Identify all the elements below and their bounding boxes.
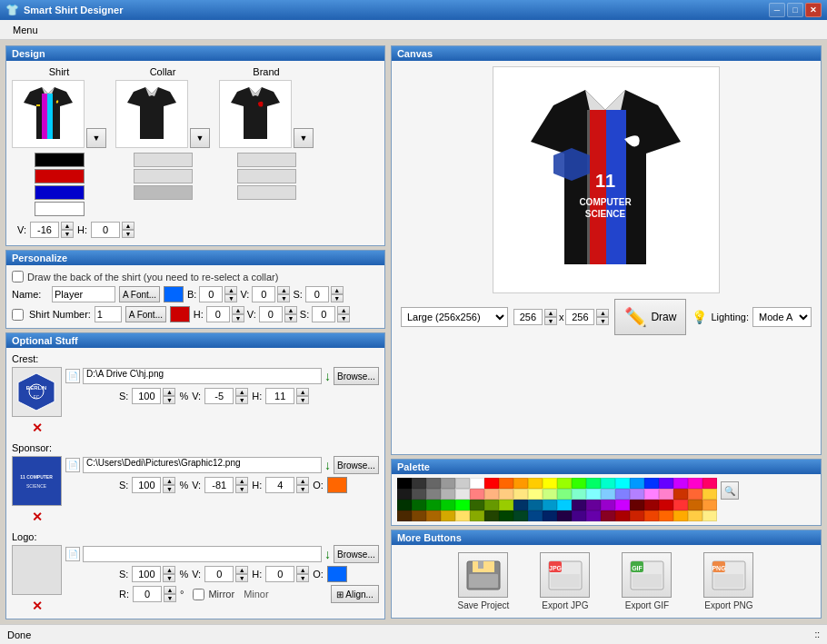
- palette-cell[interactable]: [630, 489, 644, 500]
- height-up[interactable]: ▲: [596, 309, 609, 317]
- palette-cell[interactable]: [397, 489, 412, 500]
- palette-cell[interactable]: [572, 510, 586, 521]
- export-jpg-button[interactable]: JPG Export JPG: [529, 552, 602, 610]
- ps-up[interactable]: ▲: [331, 286, 344, 294]
- collar-color-3[interactable]: [134, 185, 193, 200]
- shirt-color-1[interactable]: [35, 153, 85, 167]
- lighting-mode-select[interactable]: Mode A Mode B Mode C: [752, 307, 812, 327]
- palette-cell[interactable]: [397, 510, 412, 521]
- ps-input[interactable]: [305, 286, 329, 302]
- logo-browse-button[interactable]: Browse...: [334, 545, 379, 563]
- palette-cell[interactable]: [470, 510, 484, 521]
- palette-cell[interactable]: [397, 478, 412, 489]
- canvas-height-input[interactable]: [565, 309, 594, 325]
- logo-v-input[interactable]: [204, 566, 234, 582]
- palette-cell[interactable]: [630, 510, 644, 521]
- crest-delete-button[interactable]: ✕: [32, 421, 43, 435]
- palette-cell[interactable]: [586, 478, 601, 489]
- sponsor-h-up[interactable]: ▲: [296, 477, 309, 485]
- palette-cell[interactable]: [659, 489, 673, 500]
- crest-s-down[interactable]: ▼: [163, 396, 175, 404]
- palette-cell[interactable]: [470, 489, 484, 500]
- palette-cell[interactable]: [441, 478, 455, 489]
- palette-cell[interactable]: [484, 489, 499, 500]
- palette-cell[interactable]: [412, 489, 426, 500]
- crest-download-icon[interactable]: ↓: [324, 369, 331, 383]
- palette-cell[interactable]: [586, 500, 601, 510]
- palette-cell[interactable]: [615, 489, 630, 500]
- brand-color-2[interactable]: [237, 169, 296, 183]
- palette-cell[interactable]: [470, 500, 484, 510]
- name-input[interactable]: [52, 286, 115, 302]
- h-up-button[interactable]: ▲: [122, 222, 135, 230]
- export-gif-button[interactable]: GIF Export GIF: [611, 552, 683, 610]
- collar-color-1[interactable]: [134, 153, 193, 167]
- crest-v-up[interactable]: ▲: [235, 388, 248, 396]
- palette-cell[interactable]: [528, 510, 543, 521]
- palette-cell[interactable]: [513, 489, 528, 500]
- palette-cell[interactable]: [441, 500, 455, 510]
- logo-h-input[interactable]: [265, 566, 294, 582]
- crest-v-down[interactable]: ▼: [235, 396, 248, 404]
- palette-cell[interactable]: [513, 510, 528, 521]
- palette-cell[interactable]: [586, 489, 601, 500]
- sponsor-v-input[interactable]: [204, 477, 234, 493]
- ns-input[interactable]: [312, 306, 335, 322]
- palette-cell[interactable]: [543, 500, 557, 510]
- logo-s-up[interactable]: ▲: [163, 566, 175, 574]
- palette-cell[interactable]: [601, 500, 615, 510]
- palette-cell[interactable]: [630, 500, 644, 510]
- palette-cell[interactable]: [557, 500, 572, 510]
- palette-cell[interactable]: [659, 510, 673, 521]
- sponsor-h-down[interactable]: ▼: [296, 485, 309, 493]
- shirt-color-3[interactable]: [35, 185, 85, 200]
- logo-v-down[interactable]: ▼: [235, 574, 248, 582]
- palette-cell[interactable]: [557, 478, 572, 489]
- sponsor-v-down[interactable]: ▼: [235, 485, 248, 493]
- logo-preview[interactable]: [12, 545, 62, 595]
- number-checkbox[interactable]: [12, 309, 24, 321]
- palette-cell[interactable]: [499, 478, 513, 489]
- palette-cell[interactable]: [513, 478, 528, 489]
- palette-cell[interactable]: [397, 500, 412, 510]
- draw-button[interactable]: ✏️ Draw: [614, 299, 686, 335]
- shirt-color-4[interactable]: [35, 202, 85, 216]
- nh-up[interactable]: ▲: [232, 306, 244, 314]
- sponsor-download-icon[interactable]: ↓: [324, 458, 331, 472]
- palette-cell[interactable]: [484, 500, 499, 510]
- palette-cell[interactable]: [557, 510, 572, 521]
- palette-cell[interactable]: [586, 510, 601, 521]
- palette-cell[interactable]: [557, 489, 572, 500]
- v-input[interactable]: -16: [30, 222, 59, 238]
- palette-cell[interactable]: [673, 510, 688, 521]
- palette-cell[interactable]: [615, 510, 630, 521]
- shirt-edit-button[interactable]: ▼: [86, 128, 106, 148]
- nv-input[interactable]: [259, 306, 283, 322]
- sponsor-browse-button[interactable]: Browse...: [334, 456, 379, 474]
- palette-cell[interactable]: [601, 478, 615, 489]
- logo-s-down[interactable]: ▼: [163, 574, 175, 582]
- sponsor-h-input[interactable]: [265, 477, 294, 493]
- logo-r-down[interactable]: ▼: [164, 594, 176, 602]
- sponsor-v-up[interactable]: ▲: [235, 477, 248, 485]
- palette-cell[interactable]: [426, 489, 441, 500]
- palette-cell[interactable]: [673, 489, 688, 500]
- sponsor-s-input[interactable]: [132, 477, 161, 493]
- palette-cell[interactable]: [572, 500, 586, 510]
- ns-down[interactable]: ▼: [337, 314, 350, 322]
- nv-down[interactable]: ▼: [284, 314, 297, 322]
- v-down-button[interactable]: ▼: [61, 230, 74, 238]
- palette-cell[interactable]: [455, 478, 470, 489]
- palette-cell[interactable]: [426, 478, 441, 489]
- palette-cell[interactable]: [455, 500, 470, 510]
- palette-cell[interactable]: [659, 500, 673, 510]
- maximize-button[interactable]: □: [787, 3, 803, 17]
- shirt-preview[interactable]: [12, 80, 85, 148]
- logo-v-up[interactable]: ▲: [235, 566, 248, 574]
- number-font-button[interactable]: A Font...: [125, 306, 166, 322]
- number-input[interactable]: [95, 306, 122, 322]
- palette-eye-button[interactable]: 🔍: [721, 481, 739, 500]
- logo-r-input[interactable]: [133, 586, 162, 602]
- ns-up[interactable]: ▲: [337, 306, 350, 314]
- palette-cell[interactable]: [412, 510, 426, 521]
